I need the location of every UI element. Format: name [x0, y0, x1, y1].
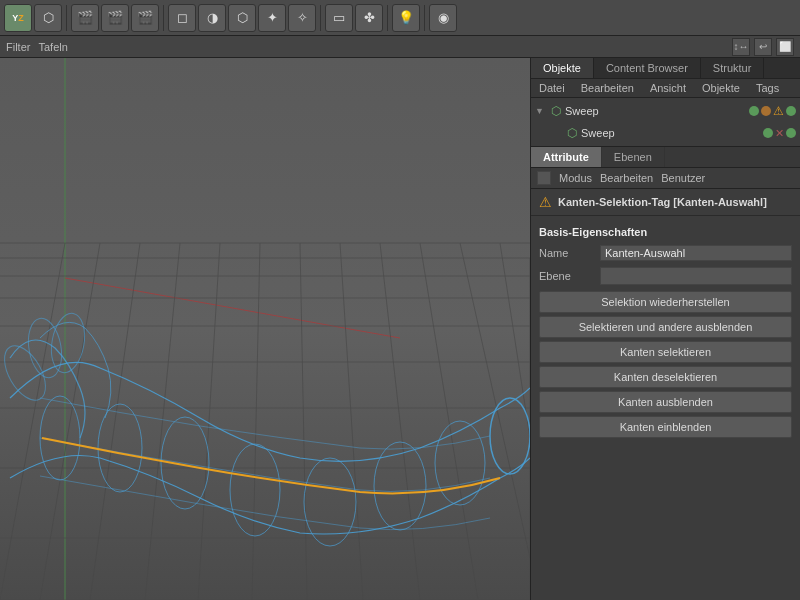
menu-ansicht[interactable]: Ansicht [646, 81, 690, 95]
tab-content-browser[interactable]: Content Browser [594, 58, 701, 78]
tab-ebenen[interactable]: Ebenen [602, 147, 665, 167]
attr-tabs: Attribute Ebenen [531, 147, 800, 168]
panel-main-tabs: Objekte Content Browser Struktur [531, 58, 800, 79]
object-icons-sweep2: ✕ [763, 127, 796, 140]
obj-dot-green1 [749, 106, 759, 116]
toolbar-nurbs-icon[interactable]: ⬡ [228, 4, 256, 32]
obj-dot-green2b [786, 128, 796, 138]
btn-kanten-deselektieren[interactable]: Kanten deselektieren [539, 366, 792, 388]
view-move-icon[interactable]: ↕↔ [732, 38, 750, 56]
second-toolbar: Filter Tafeln ↕↔ ↩ ⬜ [0, 36, 800, 58]
obj-dot-green1b [786, 106, 796, 116]
toolbar-sep-3 [320, 5, 321, 31]
toolbar-render1-icon[interactable]: 🎬 [71, 4, 99, 32]
submenu-grid-icon [537, 171, 551, 185]
object-row-sweep1[interactable]: ▼ ⬡ Sweep ⚠ [531, 100, 800, 122]
menu-datei[interactable]: Datei [535, 81, 569, 95]
top-toolbar: YZ ⬡ 🎬 🎬 🎬 ◻ ◑ ⬡ ✦ ✧ ▭ ✤ 💡 ◉ [0, 0, 800, 36]
tag-label: Kanten-Selektion-Tag [Kanten-Auswahl] [558, 196, 767, 208]
toolbar-plane-icon[interactable]: ▭ [325, 4, 353, 32]
btn-kanten-einblenden[interactable]: Kanten einblenden [539, 416, 792, 438]
toolbar-deform-icon[interactable]: ✦ [258, 4, 286, 32]
toolbar-sep-1 [66, 5, 67, 31]
toolbar-render2-icon[interactable]: 🎬 [101, 4, 129, 32]
section-title: Basis-Eigenschaften [531, 222, 800, 242]
tag-header: ⚠ Kanten-Selektion-Tag [Kanten-Auswahl] [531, 189, 800, 216]
prop-value-ebene[interactable] [600, 267, 792, 285]
expand-icon-sweep1[interactable]: ▼ [535, 106, 547, 116]
prop-row-name: Name Kanten-Auswahl [531, 242, 800, 264]
menu-tags[interactable]: Tags [752, 81, 783, 95]
prop-label-name: Name [539, 247, 594, 259]
btn-selektion-wiederherstellen[interactable]: Selektion wiederherstellen [539, 291, 792, 313]
right-panel: Objekte Content Browser Struktur Datei B… [530, 58, 800, 600]
obj-dot-orange1 [761, 106, 771, 116]
toolbar-scene-icon[interactable]: ✧ [288, 4, 316, 32]
object-icon-sweep1: ⬡ [551, 104, 561, 118]
btn-kanten-ausblenden[interactable]: Kanten ausblenden [539, 391, 792, 413]
toolbar-camera-icon[interactable]: ◉ [429, 4, 457, 32]
menu-objekte[interactable]: Objekte [698, 81, 744, 95]
toolbar-curve-icon[interactable]: ◑ [198, 4, 226, 32]
object-row-sweep2[interactable]: ⬡ Sweep ✕ [531, 122, 800, 144]
object-icons-sweep1: ⚠ [749, 104, 796, 118]
filter-label[interactable]: Filter [6, 41, 30, 53]
toolbar-sep-2 [163, 5, 164, 31]
object-list: ▼ ⬡ Sweep ⚠ ⬡ Sweep ✕ [531, 98, 800, 147]
toolbar-render3-icon[interactable]: 🎬 [131, 4, 159, 32]
prop-value-name[interactable]: Kanten-Auswahl [600, 245, 792, 261]
main-layout: Objekte Content Browser Struktur Datei B… [0, 58, 800, 600]
object-name-sweep2: Sweep [581, 127, 759, 139]
toolbar-object-icon[interactable]: ⬡ [34, 4, 62, 32]
toolbar-light-icon[interactable]: 💡 [392, 4, 420, 32]
toolbar-sep-4 [387, 5, 388, 31]
view-rotate-icon[interactable]: ↩ [754, 38, 772, 56]
svg-rect-0 [0, 58, 530, 600]
object-icon-sweep2: ⬡ [567, 126, 577, 140]
prop-label-ebene: Ebene [539, 270, 594, 282]
properties-panel: Basis-Eigenschaften Name Kanten-Auswahl … [531, 216, 800, 600]
view-controls: ↕↔ ↩ ⬜ [732, 38, 794, 56]
btn-selektieren-ausblenden[interactable]: Selektieren und andere ausblenden [539, 316, 792, 338]
prop-row-ebene: Ebene [531, 264, 800, 288]
viewport-grid [0, 58, 530, 600]
toolbar-cube-icon[interactable]: ◻ [168, 4, 196, 32]
toolbar-mograph-icon[interactable]: ✤ [355, 4, 383, 32]
obj-dot-green2 [763, 128, 773, 138]
viewport[interactable] [0, 58, 530, 600]
tag-warn-icon: ⚠ [539, 194, 552, 210]
menu-bearbeiten[interactable]: Bearbeiten [577, 81, 638, 95]
submenu-bearbeiten[interactable]: Bearbeiten [600, 172, 653, 184]
view-maximize-icon[interactable]: ⬜ [776, 38, 794, 56]
obj-x-icon2[interactable]: ✕ [775, 127, 784, 140]
tab-objekte[interactable]: Objekte [531, 58, 594, 78]
panel-menu: Datei Bearbeiten Ansicht Objekte Tags [531, 79, 800, 98]
toolbar-sep-5 [424, 5, 425, 31]
attr-submenu: Modus Bearbeiten Benutzer [531, 168, 800, 189]
tab-attribute[interactable]: Attribute [531, 147, 602, 167]
tab-struktur[interactable]: Struktur [701, 58, 765, 78]
tafeln-label[interactable]: Tafeln [38, 41, 67, 53]
obj-warn-icon1: ⚠ [773, 104, 784, 118]
submenu-benutzer[interactable]: Benutzer [661, 172, 705, 184]
toolbar-yz-icon[interactable]: YZ [4, 4, 32, 32]
btn-kanten-selektieren[interactable]: Kanten selektieren [539, 341, 792, 363]
submenu-modus[interactable]: Modus [559, 172, 592, 184]
object-name-sweep1: Sweep [565, 105, 745, 117]
